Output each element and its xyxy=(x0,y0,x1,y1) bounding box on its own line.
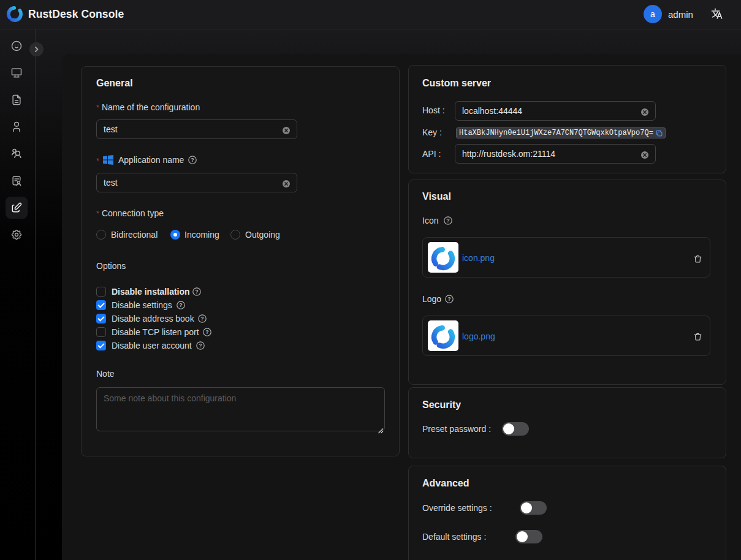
svg-text:?: ? xyxy=(200,316,203,322)
svg-text:?: ? xyxy=(195,289,198,295)
svg-text:?: ? xyxy=(205,329,208,335)
svg-text:?: ? xyxy=(191,157,194,163)
svg-text:?: ? xyxy=(447,296,450,302)
svg-text:?: ? xyxy=(446,218,449,224)
svg-text:?: ? xyxy=(179,302,182,308)
svg-text:?: ? xyxy=(199,342,202,349)
